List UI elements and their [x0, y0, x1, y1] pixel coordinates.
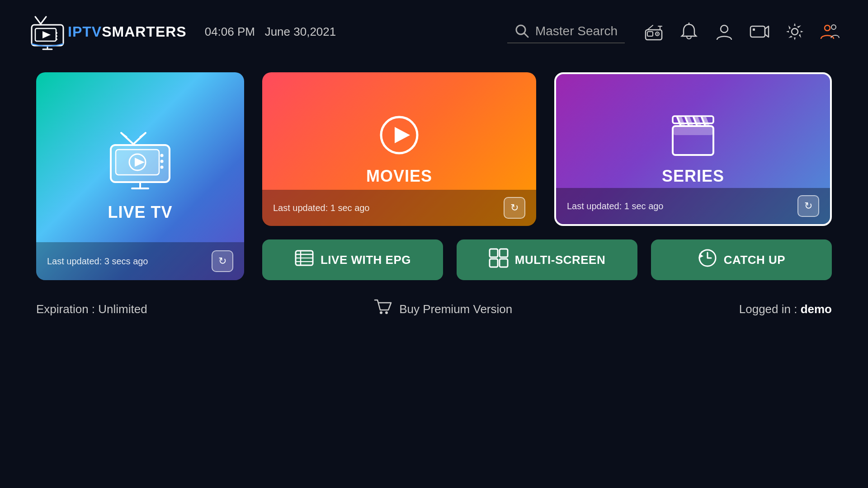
logged-in-user: demo — [801, 302, 832, 316]
profile-icon[interactable] — [713, 21, 735, 42]
svg-rect-21 — [750, 26, 765, 37]
svg-point-7 — [56, 32, 57, 34]
svg-point-37 — [160, 154, 164, 157]
movies-updated: Last updated: 1 sec ago — [273, 203, 370, 213]
live-epg-label: LIVE WITH EPG — [321, 253, 411, 267]
buy-premium-button[interactable]: Buy Premium Version — [374, 298, 512, 320]
logo-text: IPTVSMARTERS — [68, 23, 187, 40]
cards-row: LIVE TV Last updated: 3 secs ago ↻ MOVIE… — [36, 72, 832, 280]
buy-premium-label: Buy Premium Version — [399, 302, 512, 316]
svg-point-9 — [56, 38, 57, 40]
svg-point-20 — [721, 25, 728, 33]
search-icon — [514, 23, 530, 39]
bottom-buttons: LIVE WITH EPG MULTI-SCREEN — [262, 239, 832, 280]
multiuser-icon[interactable] — [819, 21, 841, 42]
svg-line-11 — [524, 33, 528, 37]
svg-rect-13 — [647, 32, 653, 36]
movies-footer: Last updated: 1 sec ago ↻ — [262, 190, 536, 226]
live-tv-label: LIVE TV — [108, 203, 172, 222]
live-tv-card[interactable]: LIVE TV Last updated: 3 secs ago ↻ — [36, 72, 244, 280]
catch-up-icon — [698, 248, 717, 272]
svg-line-0 — [35, 17, 41, 24]
logo-area: IPTVSMARTERS — [27, 11, 187, 52]
svg-line-1 — [41, 17, 46, 24]
svg-point-67 — [385, 311, 388, 314]
radio-icon[interactable] — [643, 21, 665, 42]
svg-rect-60 — [490, 249, 498, 257]
record-icon[interactable] — [749, 21, 770, 42]
series-footer: Last updated: 1 sec ago ↻ — [556, 188, 830, 224]
svg-point-39 — [160, 166, 164, 169]
svg-marker-43 — [395, 127, 410, 143]
current-date: June 30,2021 — [265, 25, 336, 38]
catch-up-label: CATCH UP — [724, 253, 785, 267]
multi-screen-label: MULTI-SCREEN — [515, 253, 606, 267]
svg-point-15 — [657, 33, 658, 35]
live-tv-footer: Last updated: 3 secs ago ↻ — [36, 242, 244, 280]
movies-card[interactable]: MOVIES Last updated: 1 sec ago ↻ — [262, 72, 536, 226]
svg-point-66 — [380, 311, 382, 314]
series-updated: Last updated: 1 sec ago — [567, 201, 664, 211]
right-column: MOVIES Last updated: 1 sec ago ↻ — [262, 72, 832, 280]
logo-smarters: SMARTERS — [102, 23, 187, 40]
svg-rect-45 — [673, 126, 713, 135]
cart-icon — [374, 298, 392, 320]
svg-rect-62 — [490, 259, 498, 267]
search-placeholder: Master Search — [535, 24, 618, 38]
movies-icon — [377, 113, 422, 158]
svg-point-8 — [56, 35, 57, 37]
catch-up-button[interactable]: CATCH UP — [651, 239, 832, 280]
svg-line-16 — [647, 25, 653, 30]
logged-in-info: Logged in : demo — [739, 302, 832, 316]
search-bar[interactable]: Master Search — [507, 20, 625, 43]
svg-point-38 — [160, 160, 164, 163]
multi-screen-button[interactable]: MULTI-SCREEN — [457, 239, 637, 280]
series-card[interactable]: SERIES Last updated: 1 sec ago ↻ — [554, 72, 832, 226]
svg-point-25 — [825, 25, 830, 31]
svg-rect-63 — [500, 259, 508, 267]
svg-marker-65 — [699, 253, 703, 258]
datetime: 04:06 PM June 30,2021 — [205, 25, 336, 39]
bell-icon[interactable] — [678, 21, 700, 42]
footer-info: Expiration : Unlimited Buy Premium Versi… — [0, 289, 868, 320]
header-icons — [643, 21, 841, 42]
svg-rect-23 — [753, 28, 755, 31]
live-epg-button[interactable]: LIVE WITH EPG — [262, 239, 443, 280]
live-epg-icon — [294, 248, 314, 272]
series-icon — [668, 113, 718, 158]
current-time: 04:06 PM — [205, 25, 255, 38]
svg-marker-22 — [765, 26, 769, 37]
header: IPTVSMARTERS 04:06 PM June 30,2021 Maste… — [0, 0, 868, 63]
svg-point-26 — [831, 25, 836, 29]
logged-in-label: Logged in : — [739, 302, 801, 316]
svg-marker-4 — [42, 31, 51, 38]
live-tv-updated: Last updated: 3 secs ago — [47, 256, 148, 267]
movies-refresh[interactable]: ↻ — [504, 197, 525, 219]
main-content: LIVE TV Last updated: 3 secs ago ↻ MOVIE… — [0, 63, 868, 289]
logo-icon — [27, 11, 68, 52]
movies-label: MOVIES — [366, 167, 432, 186]
live-tv-icon — [104, 131, 176, 194]
series-refresh[interactable]: ↻ — [797, 195, 819, 217]
settings-icon[interactable] — [784, 21, 806, 42]
svg-rect-61 — [500, 249, 508, 257]
live-tv-refresh[interactable]: ↻ — [212, 250, 233, 272]
logo-iptv: IPTV — [68, 23, 102, 40]
media-row: MOVIES Last updated: 1 sec ago ↻ — [262, 72, 832, 226]
expiration-text: Expiration : Unlimited — [36, 302, 147, 316]
multi-screen-icon — [489, 248, 509, 272]
svg-point-24 — [792, 28, 798, 35]
series-label: SERIES — [662, 167, 724, 186]
